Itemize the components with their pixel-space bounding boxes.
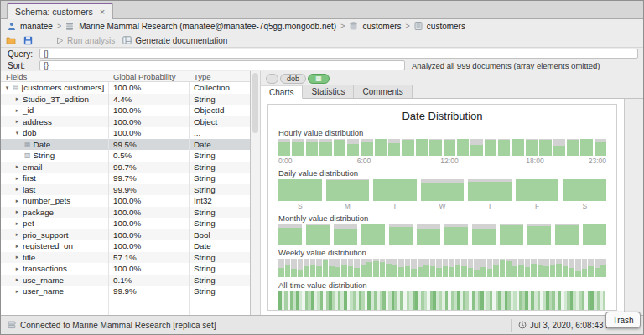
tab-statistics[interactable]: Statistics (303, 85, 354, 98)
breadcrumb-collection[interactable]: customers (427, 22, 465, 31)
bar (470, 145, 482, 156)
expand-arrow-icon[interactable]: ▸ (14, 265, 20, 272)
collapse-arrow-icon[interactable]: ▾ (4, 85, 10, 91)
bar-track (525, 259, 531, 277)
breadcrumb-database[interactable]: customers (362, 22, 401, 31)
global-probability-value: 100.0% (108, 219, 189, 228)
weekly-bars (278, 259, 606, 277)
breadcrumb-user[interactable]: manatee (20, 22, 53, 31)
table-row[interactable]: ▸pet100.0%String (1, 218, 250, 229)
tab-comments[interactable]: Comments (354, 85, 412, 98)
table-row[interactable]: ▾▤[customers.customers]100.0%Collection (1, 82, 250, 94)
expand-arrow-icon[interactable]: ▸ (14, 107, 20, 114)
axis-category-labels: SMTWTFS (278, 202, 606, 210)
expand-arrow-icon[interactable]: ▸ (14, 209, 20, 215)
bar (361, 224, 385, 245)
table-row[interactable]: ▸last99.9%String (1, 184, 250, 196)
expand-arrow-icon[interactable]: ▸ (14, 276, 20, 283)
table-row[interactable]: ▸registered_on100.0%Date (1, 240, 250, 252)
table-row[interactable]: ▸address100.0%Object (1, 116, 250, 128)
bar (527, 226, 551, 245)
table-row[interactable]: ▸user_name99.9%String (1, 286, 250, 297)
global-probability-value: 0.5% (108, 151, 189, 160)
table-row[interactable]: ▸first99.7%String (1, 173, 250, 184)
generate-documentation-button[interactable]: Generate documentation (122, 36, 227, 45)
scrollbar-thumb[interactable] (252, 73, 258, 133)
table-row[interactable]: ▸_id100.0%ObjectId (1, 105, 250, 116)
expand-arrow-icon[interactable]: ▸ (14, 118, 20, 125)
bar (388, 143, 400, 156)
tab-schema-customers[interactable]: Schema: customers × (7, 3, 113, 19)
table-row[interactable]: ▨String0.5%String (1, 150, 250, 162)
fields-table-rows: ▾▤[customers.customers]100.0%Collection▸… (1, 82, 250, 297)
bar-track (461, 259, 467, 277)
root-chip[interactable] (266, 74, 278, 84)
column-header-type[interactable]: Type (189, 72, 250, 81)
bar (580, 139, 592, 156)
tab-charts[interactable]: Charts (261, 85, 303, 99)
field-cell: ▸address (1, 117, 108, 126)
run-analysis-button[interactable]: Run analysis (56, 36, 115, 45)
date-type-chip[interactable]: ▦ (308, 74, 330, 84)
axis-tick-label: T (373, 202, 417, 210)
open-folder-icon[interactable] (6, 36, 16, 44)
table-row[interactable]: ▸use_rname0.1%String (1, 275, 250, 286)
expand-arrow-icon[interactable]: ▸ (14, 175, 20, 182)
collection-icon: ▤ (13, 84, 19, 91)
close-icon[interactable]: × (100, 8, 105, 17)
field-name: pet (23, 219, 34, 228)
bar (386, 264, 392, 277)
field-chip-dob[interactable]: dob (280, 74, 306, 84)
expand-arrow-icon[interactable]: ▸ (14, 243, 20, 250)
column-header-global-probability[interactable]: Global Probability (108, 72, 189, 81)
expand-arrow-icon[interactable]: ▸ (14, 254, 20, 260)
table-row[interactable]: ▸transactions100.0%String (1, 263, 250, 275)
type-value: String (189, 208, 250, 217)
bar (430, 266, 436, 277)
bar (538, 265, 543, 277)
table-row[interactable]: ▦Date99.5%Date (1, 139, 250, 151)
bar-track (291, 259, 297, 277)
table-row[interactable]: ▸number_pets100.0%Int32 (1, 195, 250, 207)
field-name: address (23, 117, 52, 126)
field-name: first (23, 173, 36, 183)
hourly-bars (278, 139, 606, 156)
expand-arrow-icon[interactable]: ▸ (14, 198, 20, 204)
table-row[interactable]: ▸title57.1%String (1, 252, 250, 264)
bar (334, 140, 345, 156)
table-row[interactable]: ▸email99.7%String (1, 162, 250, 173)
table-row[interactable]: ▸prio_support100.0%Bool (1, 229, 250, 241)
global-probability-value: 100.0% (108, 106, 189, 115)
axis-tick-label: 12:00 (440, 157, 458, 165)
breadcrumb-connection[interactable]: Marine Mammal Research (manatee@manatee-… (79, 22, 336, 31)
table-row[interactable]: ▾dob100.0%... (1, 127, 250, 139)
global-probability-value: 100.0% (108, 230, 189, 240)
trash-button[interactable]: Trash (605, 312, 641, 328)
app-window: Schema: customers × manatee > Marine Mam… (0, 0, 644, 335)
collapse-arrow-icon[interactable]: ▾ (14, 130, 20, 137)
expand-arrow-icon[interactable]: ▸ (14, 163, 20, 170)
expand-arrow-icon[interactable]: ▸ (14, 231, 20, 238)
bar (563, 179, 606, 201)
expand-arrow-icon[interactable]: ▸ (14, 220, 20, 227)
bar (569, 268, 574, 277)
bar (449, 267, 454, 277)
column-header-fields[interactable]: Fields (1, 72, 108, 81)
chart-section-label: Monthly value distribution (278, 214, 606, 223)
field-name: prio_support (23, 230, 68, 240)
expand-arrow-icon[interactable]: ▸ (14, 95, 20, 102)
analysis-status-text: Analyzed all 999 documents (array elemen… (412, 61, 600, 70)
global-probability-value: 100.0% (108, 117, 189, 126)
query-input[interactable]: {} (39, 49, 638, 59)
field-cell: ▸_id (1, 106, 108, 115)
sort-input[interactable]: {} (39, 60, 405, 70)
expand-arrow-icon[interactable]: ▸ (14, 186, 20, 193)
table-row[interactable]: ▸Studio_3T_edition4.4%String (1, 94, 250, 106)
field-cell: ▸pet (1, 219, 108, 228)
bar-track (341, 259, 347, 277)
expand-arrow-icon[interactable]: ▸ (14, 288, 20, 295)
vertical-scrollbar[interactable] (251, 71, 261, 315)
status-bar: Connected to Marine Mammal Research [rep… (1, 315, 643, 334)
table-row[interactable]: ▸package100.0%String (1, 207, 250, 219)
save-icon[interactable] (23, 36, 33, 45)
